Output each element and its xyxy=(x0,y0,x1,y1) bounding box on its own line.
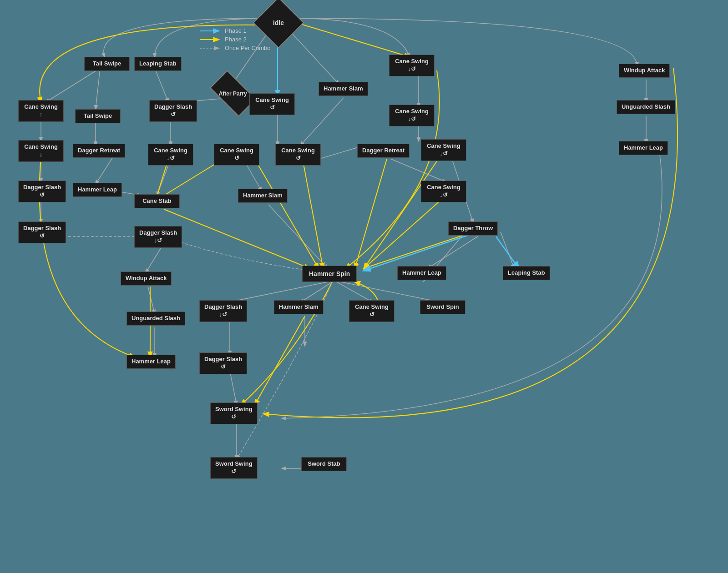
node-cane-swing-r4[interactable]: Cane Swing↓↺ xyxy=(421,181,466,202)
node-after-parry-label: After Parry xyxy=(219,90,247,97)
node-tail-swipe-1[interactable]: Tail Swipe xyxy=(84,57,130,71)
svg-line-26 xyxy=(268,205,328,268)
node-cane-swing-m2[interactable]: Cane Swing↓↺ xyxy=(148,144,193,166)
svg-line-48 xyxy=(364,232,473,268)
svg-line-24 xyxy=(148,286,155,314)
node-dagger-slash-1[interactable]: Dagger Slash↺ xyxy=(149,100,197,122)
node-dagger-throw[interactable]: Dagger Throw xyxy=(448,221,498,236)
diagram-container: Phase 1 Phase 2 Once Per Combo Idle Afte… xyxy=(0,0,728,573)
svg-line-49 xyxy=(364,196,446,268)
node-cane-swing-b[interactable]: Cane Swing↺ xyxy=(349,300,394,322)
node-sword-swing-2[interactable]: Sword Swing↺ xyxy=(210,457,258,479)
node-leaping-stab-r[interactable]: Leaping Stab xyxy=(503,266,550,280)
node-cane-swing-l2[interactable]: Cane Swing↓ xyxy=(18,140,64,162)
node-unguarded-slash-r[interactable]: Unguarded Slash xyxy=(617,100,675,114)
svg-line-4 xyxy=(96,68,100,109)
node-sword-swing-1[interactable]: Sword Swing↺ xyxy=(210,402,258,424)
node-cane-swing-mc[interactable]: Cane Swing↺ xyxy=(214,144,259,166)
svg-line-40 xyxy=(428,236,478,268)
svg-line-42 xyxy=(289,20,410,57)
node-hammer-leap-bl[interactable]: Hammer Leap xyxy=(126,355,176,369)
node-hammer-spin[interactable]: Hammer Spin xyxy=(302,266,357,282)
node-cane-stab[interactable]: Cane Stab xyxy=(134,194,180,208)
svg-line-43 xyxy=(255,159,318,268)
svg-line-44 xyxy=(303,159,323,268)
node-cane-swing-t1[interactable]: Cane Swing↑ xyxy=(18,100,64,122)
node-leaping-stab-1[interactable]: Leaping Stab xyxy=(134,57,182,71)
node-hammer-slam-1[interactable]: Hammer Slam xyxy=(318,82,368,96)
node-dagger-slash-l[interactable]: Dagger Slash↺ xyxy=(18,181,66,202)
svg-line-51 xyxy=(255,316,305,405)
node-cane-swing-r1[interactable]: Cane Swing↓↺ xyxy=(389,55,435,76)
svg-line-5 xyxy=(155,68,168,102)
node-hammer-leap-l[interactable]: Hammer Leap xyxy=(73,183,122,197)
node-idle-label: Idle xyxy=(273,19,284,26)
svg-line-45 xyxy=(355,159,387,268)
node-sword-spin[interactable]: Sword Spin xyxy=(420,300,465,314)
node-dagger-retreat-r[interactable]: Dagger Retreat xyxy=(357,144,410,158)
svg-line-27 xyxy=(500,232,514,268)
svg-line-34 xyxy=(230,371,237,405)
node-unguarded-slash-l[interactable]: Unguarded Slash xyxy=(126,312,185,326)
node-cane-swing-r2[interactable]: Cane Swing↓↺ xyxy=(389,105,435,126)
node-dagger-slash-b[interactable]: Dagger Slash↓↺ xyxy=(199,300,247,322)
node-hammer-slam-m[interactable]: Hammer Slam xyxy=(238,189,288,203)
svg-line-54 xyxy=(496,236,519,268)
svg-line-19 xyxy=(391,159,446,182)
node-dagger-slash-b2[interactable]: Dagger Slash↺ xyxy=(199,352,247,374)
node-hammer-leap-m[interactable]: Hammer Leap xyxy=(397,266,446,280)
node-dagger-slash-m[interactable]: Dagger Slash↓↺ xyxy=(134,226,182,248)
node-dagger-retreat-l[interactable]: Dagger Retreat xyxy=(73,144,125,158)
svg-line-3 xyxy=(46,68,100,102)
node-tail-swipe-2[interactable]: Tail Swipe xyxy=(75,109,121,123)
node-dagger-slash-l2[interactable]: Dagger Slash↺ xyxy=(18,221,66,243)
node-cane-swing-mid1[interactable]: Cane Swing↺ xyxy=(249,93,295,115)
svg-line-30 xyxy=(337,282,373,302)
node-hammer-slam-b[interactable]: Hammer Slam xyxy=(274,300,324,314)
svg-line-29 xyxy=(300,282,332,302)
svg-line-31 xyxy=(341,282,441,302)
node-hammer-leap-r[interactable]: Hammer Leap xyxy=(619,141,668,155)
svg-line-46 xyxy=(164,209,309,268)
svg-line-50 xyxy=(364,155,441,268)
node-windup-attack-1[interactable]: Windup Attack xyxy=(619,64,670,78)
svg-line-28 xyxy=(228,282,328,302)
svg-line-53 xyxy=(364,232,478,271)
legend: Phase 1 Phase 2 Once Per Combo xyxy=(200,27,270,53)
node-sword-stab[interactable]: Sword Stab xyxy=(301,457,347,471)
node-cane-swing-mc2[interactable]: Cane Swing↺ xyxy=(275,144,321,166)
node-windup-attack-l[interactable]: Windup Attack xyxy=(121,271,172,286)
node-cane-swing-r3[interactable]: Cane Swing↓↺ xyxy=(421,139,466,161)
svg-line-10 xyxy=(300,98,344,146)
